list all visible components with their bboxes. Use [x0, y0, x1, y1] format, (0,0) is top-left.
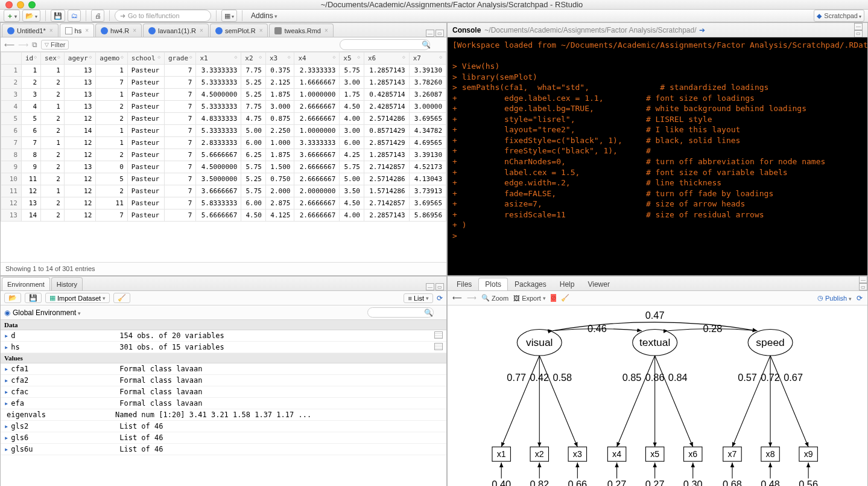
expand-icon[interactable]: ▸: [4, 376, 8, 385]
source-tab[interactable]: hs×: [60, 24, 94, 37]
source-tab[interactable]: hw4.R×: [95, 24, 142, 37]
publish-button[interactable]: ◷ Publish: [817, 294, 852, 302]
maximize-console-button[interactable]: ▭: [854, 30, 863, 37]
save-all-button[interactable]: 🗂: [68, 10, 81, 22]
tab-environment[interactable]: Environment: [2, 277, 50, 290]
save-button[interactable]: 💾: [51, 10, 65, 22]
table-row[interactable]: 13142127Pasteur75.66666674.504.1252.6666…: [1, 209, 446, 222]
table-row[interactable]: 121321211Pasteur75.83333336.002.8752.666…: [1, 197, 446, 209]
refresh-plot-button[interactable]: ⟳: [857, 294, 863, 302]
table-row[interactable]: 11121122Pasteur73.66666675.752.0002.0000…: [1, 185, 446, 197]
table-row[interactable]: 882122Pasteur75.66666676.251.8753.666666…: [1, 149, 446, 161]
project-menu[interactable]: ◆ Scratchpad: [814, 10, 864, 22]
data-table[interactable]: id◇sex◇ageyr◇agemo◇school◇grade◇x1◇x2◇x3…: [1, 52, 446, 262]
column-header[interactable]: grade◇: [164, 53, 195, 65]
zoom-window-button[interactable]: [28, 1, 36, 8]
maximize-pane-button[interactable]: ▭: [436, 30, 444, 37]
column-header[interactable]: x5◇: [340, 53, 364, 65]
table-row[interactable]: 992130Pasteur74.50000005.751.5002.666666…: [1, 161, 446, 173]
table-row[interactable]: 441132Pasteur75.33333337.753.0002.666666…: [1, 101, 446, 113]
back-button[interactable]: ⟵: [4, 40, 14, 49]
expand-icon[interactable]: ▸: [4, 365, 8, 373]
expand-icon[interactable]: ▸: [4, 399, 8, 408]
maximize-viewer-button[interactable]: ▭: [859, 283, 867, 290]
column-header[interactable]: agemo◇: [96, 53, 127, 65]
view-data-icon[interactable]: [434, 331, 443, 339]
close-tab-button[interactable]: ×: [85, 27, 89, 34]
minimize-env-button[interactable]: —: [426, 283, 434, 290]
load-workspace-button[interactable]: 📂: [4, 293, 21, 303]
view-data-icon[interactable]: [434, 343, 443, 350]
print-button[interactable]: 🖨: [91, 10, 104, 22]
column-header[interactable]: sex◇: [41, 53, 65, 65]
close-tab-button[interactable]: ×: [133, 27, 136, 34]
table-row[interactable]: 662141Pasteur75.33333335.002.2501.000000…: [1, 125, 446, 137]
env-row[interactable]: ▸gls2List of 46: [1, 421, 446, 432]
env-row[interactable]: ▸hs301 obs. of 15 variables: [1, 342, 446, 353]
column-header[interactable]: x6◇: [364, 53, 409, 65]
table-row[interactable]: 771121Pasteur72.83333336.001.0003.333333…: [1, 137, 446, 149]
env-row[interactable]: ▸efaFormal class lavaan: [1, 398, 446, 409]
source-tab[interactable]: semPlot.R×: [210, 24, 268, 37]
column-header[interactable]: school◇: [127, 53, 164, 65]
close-tab-button[interactable]: ×: [259, 27, 263, 34]
column-header[interactable]: x7◇: [409, 53, 446, 65]
prev-plot-button[interactable]: ⟵: [452, 294, 462, 302]
source-tab[interactable]: tweaks.Rmd×: [269, 24, 333, 37]
source-tab[interactable]: Untitled1*×: [2, 24, 59, 37]
viewer-tab-help[interactable]: Help: [553, 278, 581, 290]
expand-icon[interactable]: ▸: [4, 343, 8, 351]
new-file-button[interactable]: ＋: [4, 10, 20, 22]
env-scope-selector[interactable]: Global Environment: [13, 309, 81, 317]
column-header[interactable]: x4◇: [294, 53, 340, 65]
column-header[interactable]: x1◇: [196, 53, 241, 65]
env-row[interactable]: ▸cfa2Formal class lavaan: [1, 375, 446, 386]
close-tab-button[interactable]: ×: [325, 27, 328, 34]
env-row[interactable]: ▸cfacFormal class lavaan: [1, 386, 446, 398]
open-file-button[interactable]: 📂: [22, 10, 40, 22]
expand-icon[interactable]: ▸: [4, 422, 8, 430]
export-button[interactable]: 🖼 Export: [513, 295, 546, 302]
close-tab-button[interactable]: ×: [49, 27, 53, 34]
column-header[interactable]: x3◇: [265, 53, 294, 65]
expand-icon[interactable]: ▸: [4, 388, 8, 396]
clear-plots-button[interactable]: 🧹: [561, 294, 569, 302]
next-plot-button[interactable]: ⟶: [467, 294, 477, 302]
table-row[interactable]: 332131Pasteur74.50000005.251.8751.000000…: [1, 89, 446, 101]
expand-icon[interactable]: ▸: [4, 331, 8, 340]
env-display-mode[interactable]: ≡ List: [404, 293, 433, 303]
clear-workspace-button[interactable]: 🧹: [113, 293, 130, 303]
forward-button[interactable]: ⟶: [18, 40, 28, 49]
console-output[interactable]: [Workspace loaded from ~/Documents/Acade…: [448, 37, 867, 275]
viewer-tab-plots[interactable]: Plots: [478, 278, 508, 290]
env-row[interactable]: ▸d154 obs. of 20 variables: [1, 330, 446, 342]
minimize-viewer-button[interactable]: —: [859, 276, 867, 283]
env-row[interactable]: ▸gls6uList of 46: [1, 444, 446, 455]
viewer-tab-files[interactable]: Files: [450, 278, 478, 290]
minimize-console-button[interactable]: —: [854, 23, 863, 30]
save-workspace-button[interactable]: 💾: [25, 293, 42, 303]
maximize-env-button[interactable]: ▭: [436, 283, 444, 290]
expand-icon[interactable]: ▸: [4, 445, 8, 453]
expand-icon[interactable]: ▸: [4, 433, 8, 442]
viewer-tab-packages[interactable]: Packages: [508, 278, 553, 290]
close-window-button[interactable]: [5, 1, 13, 8]
table-row[interactable]: 552122Pasteur74.83333334.750.8752.666666…: [1, 113, 446, 125]
import-dataset-button[interactable]: ▦Import Dataset: [45, 293, 110, 303]
table-row[interactable]: 10112125Pasteur73.50000005.250.7502.6666…: [1, 173, 446, 185]
minimize-pane-button[interactable]: —: [426, 30, 434, 37]
column-header[interactable]: ageyr◇: [64, 53, 95, 65]
env-list[interactable]: Data ▸d154 obs. of 20 variables▸hs301 ob…: [1, 320, 446, 486]
env-row[interactable]: eigenvalsNamed num [1:20] 3.41 3.21 1.58…: [1, 409, 446, 421]
env-row[interactable]: ▸gls6List of 46: [1, 432, 446, 444]
refresh-env-button[interactable]: ⟳: [437, 294, 443, 302]
source-tab[interactable]: lavaan1(1).R×: [143, 24, 209, 37]
env-row[interactable]: ▸cfa1Formal class lavaan: [1, 363, 446, 375]
data-search-input[interactable]: [340, 39, 430, 50]
tab-history[interactable]: History: [51, 277, 83, 290]
grid-tool-button[interactable]: ▦: [221, 10, 237, 22]
column-header[interactable]: x2◇: [241, 53, 266, 65]
popup-icon[interactable]: ⧉: [32, 40, 37, 49]
column-header[interactable]: id◇: [22, 53, 41, 65]
table-row[interactable]: 222137Pasteur75.33333335.252.1251.666666…: [1, 77, 446, 89]
